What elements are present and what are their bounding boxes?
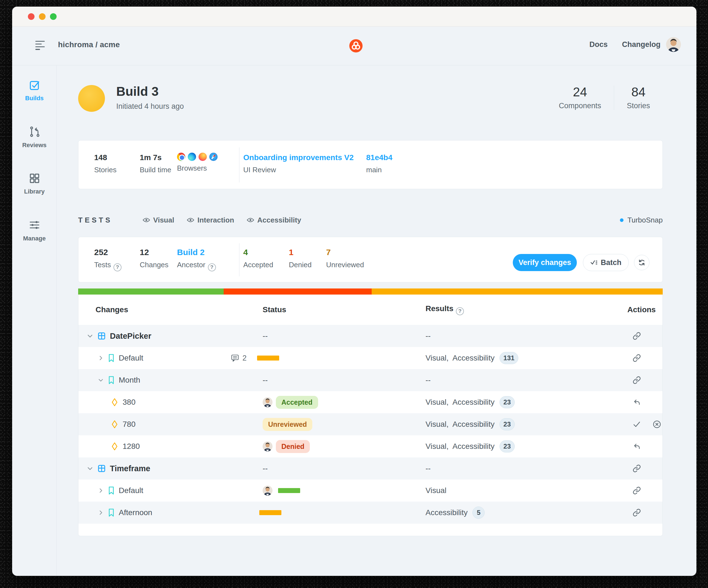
help-icon[interactable]: ? [114, 264, 121, 271]
eye-icon [143, 217, 150, 223]
eye-icon [247, 217, 254, 223]
chevron-right-icon[interactable] [98, 355, 104, 361]
sidebar-item-label: Library [12, 188, 57, 195]
comment-count[interactable]: 2 [231, 354, 246, 363]
eye-icon [187, 217, 194, 223]
results-empty: -- [425, 464, 431, 473]
viewport-diamond-icon [111, 420, 118, 428]
status-badge[interactable]: Unreviewed [263, 418, 312, 431]
minimize-window-button[interactable] [39, 13, 46, 20]
status-badge[interactable]: Denied [276, 440, 310, 453]
close-window-button[interactable] [28, 13, 34, 20]
col-actions: Actions [624, 305, 662, 314]
table-row-afternoon[interactable]: Afternoon Accessibility 5 [79, 502, 662, 524]
component-name[interactable]: DatePicker [110, 332, 151, 341]
commit-link[interactable]: 81e4b4 [366, 153, 392, 162]
permalink-icon[interactable] [632, 487, 641, 495]
table-row-default-timeframe[interactable]: Default Visual [79, 479, 662, 502]
turbosnap-indicator[interactable]: TurboSnap [620, 216, 663, 224]
sidebar-item-label: Manage [12, 235, 57, 242]
app-header: hichroma / acme Docs Changelog [12, 27, 697, 65]
nav-docs[interactable]: Docs [589, 40, 608, 49]
reviewer-avatar [263, 486, 272, 496]
table-row-test-380[interactable]: 380 Accepted Visual, Accessibility 23 [79, 391, 662, 413]
breadcrumb[interactable]: hichroma / acme [58, 40, 120, 49]
story-bookmark-icon [108, 508, 115, 517]
status-bar [259, 510, 282, 515]
viewport-diamond-icon [111, 398, 118, 406]
verify-changes-button[interactable]: Verify changes [513, 254, 577, 271]
test-name[interactable]: 780 [123, 420, 136, 429]
story-bookmark-icon [108, 354, 115, 362]
results-empty: -- [425, 376, 431, 384]
sidebar-item-library[interactable]: Library [12, 173, 57, 195]
safari-icon [209, 153, 217, 161]
progress-denied [224, 288, 372, 295]
chevron-right-icon[interactable] [98, 488, 104, 494]
stat-components: 24 Components [546, 86, 614, 110]
test-controls-card: 252 Tests? 12 Changes Build 2 Ancestor? … [78, 237, 663, 282]
component-icon [97, 332, 106, 340]
control-changes: 12 Changes [140, 248, 169, 269]
pr-link[interactable]: Onboarding improvements V2 [243, 153, 354, 162]
summary-browsers: Browsers [177, 153, 217, 173]
refresh-button[interactable] [634, 255, 649, 270]
progress-unreviewed [372, 288, 663, 295]
test-name[interactable]: 1280 [123, 442, 140, 451]
story-name[interactable]: Afternoon [119, 508, 152, 517]
results-text: Visual [425, 486, 446, 495]
ancestor-link[interactable]: Build 2 [177, 248, 216, 257]
summary-build-time: 1m 7s Build time [140, 153, 171, 174]
sidebar-item-reviews[interactable]: Reviews [12, 126, 57, 149]
story-name[interactable]: Default [119, 486, 143, 495]
col-status: Status [263, 305, 425, 314]
component-name[interactable]: Timeframe [110, 464, 150, 473]
help-icon[interactable]: ? [456, 307, 464, 315]
zoom-window-button[interactable] [50, 13, 57, 20]
permalink-icon[interactable] [632, 376, 641, 384]
table-row-datepicker[interactable]: DatePicker -- -- [79, 325, 662, 347]
user-avatar[interactable] [666, 37, 681, 52]
sidebar-item-label: Builds [12, 95, 57, 102]
table-row-test-1280[interactable]: 1280 Denied Visual, Accessibility 23 [79, 435, 662, 457]
permalink-icon[interactable] [632, 464, 641, 473]
test-name[interactable]: 380 [123, 398, 136, 407]
control-accepted: 4 Accepted [243, 248, 273, 269]
nav-changelog[interactable]: Changelog [622, 40, 661, 49]
chevron-down-icon[interactable] [98, 377, 104, 383]
toggle-accessibility[interactable]: Accessibility [247, 216, 301, 224]
table-row-month[interactable]: Month -- -- [79, 369, 662, 391]
toggle-visual[interactable]: Visual [143, 216, 174, 224]
undo-icon[interactable] [632, 442, 641, 451]
help-icon[interactable]: ? [208, 264, 216, 271]
story-name[interactable]: Month [119, 376, 140, 384]
batch-button[interactable]: Batch [583, 254, 629, 271]
results-text: Visual, Accessibility [425, 420, 495, 429]
sidebar-item-manage[interactable]: Manage [12, 219, 57, 242]
story-name[interactable]: Default [119, 353, 143, 363]
build-summary-card: 148 Stories 1m 7s Build time Browsers [78, 140, 663, 189]
stat-stories: 84 Stories [614, 86, 663, 110]
table-row-default[interactable]: Default 2 Visual, Accessibility 131 [79, 347, 662, 369]
chevron-down-icon[interactable] [87, 465, 93, 472]
table-row-test-780[interactable]: 780 Unreviewed Visual, Accessibility 23 [79, 413, 662, 435]
permalink-icon[interactable] [632, 508, 641, 517]
deny-circle-x-icon[interactable] [652, 420, 661, 429]
permalink-icon[interactable] [632, 332, 641, 340]
permalink-icon[interactable] [632, 354, 641, 362]
undo-icon[interactable] [632, 398, 641, 406]
chevron-down-icon[interactable] [87, 333, 93, 339]
results-count-badge: 131 [500, 352, 518, 364]
chromatic-logo-icon[interactable] [349, 39, 362, 53]
table-row-timeframe[interactable]: Timeframe -- -- [79, 457, 662, 479]
accept-check-icon[interactable] [632, 420, 641, 428]
story-bookmark-icon [108, 487, 115, 495]
toggle-interaction[interactable]: Interaction [187, 216, 234, 224]
sidebar-item-builds[interactable]: Builds [12, 79, 57, 102]
control-tests: 252 Tests? [94, 248, 121, 271]
viewport-diamond-icon [111, 442, 118, 451]
menu-icon[interactable] [35, 41, 45, 50]
refresh-icon [638, 258, 646, 267]
chevron-right-icon[interactable] [98, 509, 104, 516]
status-badge[interactable]: Accepted [276, 396, 318, 409]
